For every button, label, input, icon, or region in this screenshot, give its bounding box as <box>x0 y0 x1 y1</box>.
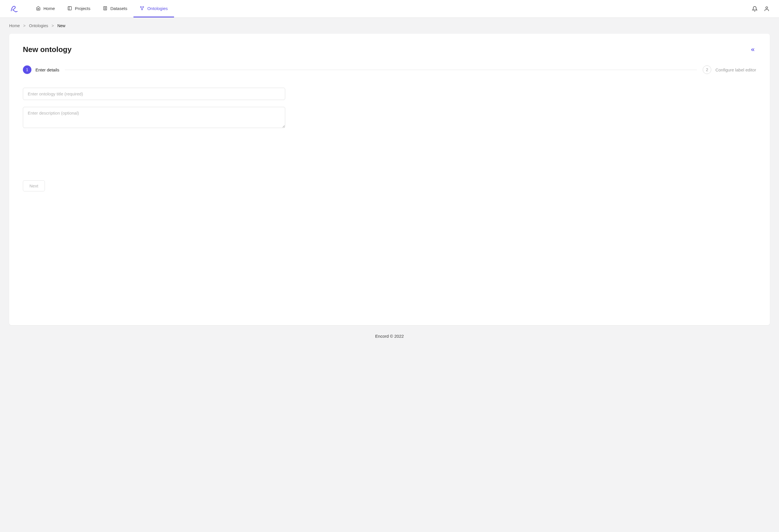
nav-tab-datasets[interactable]: Datasets <box>97 0 133 17</box>
step-2-circle: 2 <box>703 65 711 74</box>
step-1-label: Enter details <box>36 67 59 72</box>
form-container: Next <box>23 88 285 191</box>
home-icon <box>36 6 41 11</box>
svg-line-10 <box>141 7 142 9</box>
svg-point-12 <box>766 7 768 9</box>
topbar-right <box>752 6 770 12</box>
user-menu-button[interactable] <box>764 6 770 12</box>
main-card: New ontology 1 Enter details 2 Configure… <box>9 34 770 325</box>
chevron-double-left-icon <box>750 47 755 52</box>
nav-tab-ontologies[interactable]: Ontologies <box>133 0 174 17</box>
user-icon <box>764 6 770 12</box>
bell-icon <box>752 6 758 12</box>
footer: Encord © 2022 <box>0 325 779 350</box>
step-2: 2 Configure label editor <box>703 65 756 74</box>
nav-tab-projects[interactable]: Projects <box>61 0 97 17</box>
logo[interactable] <box>9 4 18 13</box>
datasets-icon <box>103 6 108 11</box>
ontology-title-input[interactable] <box>23 88 285 100</box>
steps-indicator: 1 Enter details 2 Configure label editor <box>23 65 756 74</box>
svg-point-6 <box>140 7 141 7</box>
breadcrumb-home[interactable]: Home <box>9 23 20 28</box>
svg-rect-0 <box>68 7 71 10</box>
breadcrumb-current: New <box>57 23 65 28</box>
collapse-button[interactable] <box>749 46 756 53</box>
nav-tabs: Home Projects Datasets Ontologies <box>30 0 174 17</box>
nav-tab-label: Ontologies <box>147 6 168 11</box>
card-header: New ontology <box>23 45 756 54</box>
breadcrumb-separator: > <box>23 23 25 28</box>
page-title: New ontology <box>23 45 71 54</box>
svg-point-8 <box>142 9 142 10</box>
breadcrumb: Home > Ontologies > New <box>0 18 779 34</box>
steps-connector <box>65 70 697 70</box>
topbar: Home Projects Datasets Ontologies <box>0 0 779 18</box>
ontologies-icon <box>140 6 144 11</box>
step-1-circle: 1 <box>23 65 32 74</box>
ontology-description-textarea[interactable] <box>23 107 285 128</box>
svg-point-7 <box>143 7 144 7</box>
svg-line-11 <box>142 7 143 9</box>
next-button[interactable]: Next <box>23 180 45 191</box>
step-1: 1 Enter details <box>23 65 59 74</box>
notifications-button[interactable] <box>752 6 758 12</box>
breadcrumb-ontologies[interactable]: Ontologies <box>29 23 48 28</box>
encord-logo-icon <box>9 4 18 14</box>
projects-icon <box>67 6 72 11</box>
nav-tab-home[interactable]: Home <box>30 0 61 17</box>
nav-tab-label: Projects <box>75 6 90 11</box>
step-2-label: Configure label editor <box>715 67 756 72</box>
nav-tab-label: Datasets <box>110 6 127 11</box>
nav-tab-label: Home <box>44 6 55 11</box>
breadcrumb-separator: > <box>51 23 54 28</box>
